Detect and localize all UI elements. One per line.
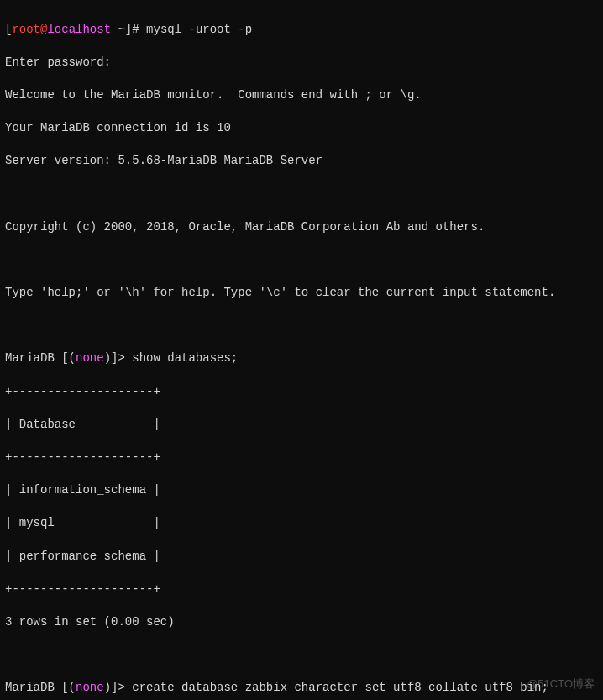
table-header: | Database | <box>5 417 598 434</box>
output-line: Server version: 5.5.68-MariaDB MariaDB S… <box>5 153 598 170</box>
table-border: +--------------------+ <box>5 450 598 466</box>
output-line: Enter password: <box>5 55 598 71</box>
table-row: | mysql | <box>5 515 598 532</box>
blank-line <box>5 187 598 203</box>
shell-prompt-line: [root@localhost ~]# mysql -uroot -p <box>5 22 598 39</box>
output-line: Welcome to the MariaDB monitor. Commands… <box>5 87 598 104</box>
table-border: +--------------------+ <box>5 384 598 401</box>
table-border: +--------------------+ <box>5 582 598 598</box>
output-line: Copyright (c) 2000, 2018, Oracle, MariaD… <box>5 219 598 236</box>
table-row: | information_schema | <box>5 482 598 499</box>
result-line: 3 rows in set (0.00 sec) <box>5 614 598 631</box>
blank-line <box>5 318 598 334</box>
mariadb-prompt-line: MariaDB [(none)]> create database zabbix… <box>5 680 598 697</box>
terminal-output[interactable]: [root@localhost ~]# mysql -uroot -p Ente… <box>5 5 598 700</box>
watermark-text: @51CTO博客 <box>527 676 595 692</box>
mariadb-prompt-line: MariaDB [(none)]> show databases; <box>5 350 598 367</box>
blank-line <box>5 252 598 269</box>
output-line: Type 'help;' or '\h' for help. Type '\c'… <box>5 285 598 302</box>
blank-line <box>5 647 598 664</box>
table-row: | performance_schema | <box>5 549 598 566</box>
output-line: Your MariaDB connection id is 10 <box>5 120 598 137</box>
